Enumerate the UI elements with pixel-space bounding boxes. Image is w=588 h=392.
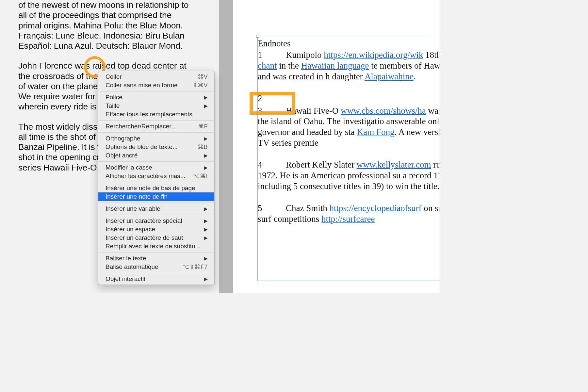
- menu-separator: [98, 161, 214, 162]
- menu-item[interactable]: Police▶: [98, 93, 214, 102]
- menu-separator: [98, 91, 214, 91]
- pasteboard: Endnotes 1Kumipolo https://en.wikipedia.…: [219, 0, 439, 293]
- endnote-item: 1Kumipolo https://en.wikipedia.org/wik 1…: [258, 50, 439, 82]
- menu-separator: [98, 273, 214, 273]
- context-menu[interactable]: Coller⌘VColler sans mise en forme⇧⌘VPoli…: [98, 71, 215, 285]
- menu-item-label: Objet interactif: [106, 275, 146, 283]
- endnote-number: 1: [258, 50, 286, 60]
- endnote-link[interactable]: chant: [258, 61, 277, 71]
- menu-item-label: Coller sans mise en forme: [106, 82, 178, 89]
- menu-item-label: Insérer un caractère de saut: [106, 234, 183, 241]
- endnote-link[interactable]: Hawaiian language: [301, 61, 369, 71]
- menu-item[interactable]: Orthographe▶: [98, 134, 214, 143]
- frame-handle[interactable]: [256, 35, 259, 38]
- submenu-arrow-icon: ▶: [204, 218, 208, 223]
- text-caret: [286, 94, 286, 104]
- menu-item[interactable]: Insérer une note de bas de page: [98, 184, 214, 192]
- menu-item-label: Insérer un espace: [106, 226, 155, 233]
- menu-item-label: Objet ancré: [106, 152, 138, 159]
- endnote-item: 5Chaz Smith https://encyclopediaofsurf o…: [258, 203, 439, 224]
- endnote-number: 4: [258, 159, 286, 170]
- story-paragraph: of the newest of new moons in relationsh…: [18, 0, 195, 51]
- endnote-link[interactable]: https://en.wikipedia.org/wik: [324, 50, 423, 60]
- endnote-item: 3Hawaii Five-O www.cbs.com/shows/ha was …: [258, 106, 439, 149]
- menu-item-label: Insérer un caractère spécial: [106, 217, 182, 224]
- menu-item[interactable]: Insérer une variable▶: [98, 204, 214, 213]
- endnote-number: 5: [258, 203, 286, 214]
- submenu-arrow-icon: ▶: [204, 165, 208, 170]
- menu-item[interactable]: Remplir avec le texte de substitu...: [98, 242, 214, 251]
- document-page[interactable]: Endnotes 1Kumipolo https://en.wikipedia.…: [233, 0, 439, 293]
- submenu-arrow-icon: ▶: [204, 256, 208, 261]
- endnotes-title: Endnotes: [258, 38, 439, 49]
- submenu-arrow-icon: ▶: [204, 206, 208, 211]
- menu-separator: [98, 120, 214, 121]
- menu-item-label: Afficher les caractères mas...: [106, 172, 186, 180]
- endnote-link[interactable]: Alapaiwahine: [365, 72, 414, 81]
- menu-separator: [98, 215, 214, 215]
- menu-item[interactable]: Objet interactif▶: [98, 275, 214, 283]
- menu-item-label: Coller: [106, 73, 122, 80]
- submenu-arrow-icon: ▶: [204, 103, 208, 108]
- menu-item[interactable]: Objet ancré▶: [98, 151, 214, 160]
- menu-item[interactable]: Afficher les caractères mas...⌥⌘I: [98, 172, 214, 180]
- menu-item[interactable]: Rerchercher/Remplacer...⌘F: [98, 122, 214, 131]
- menu-item[interactable]: Coller sans mise en forme⇧⌘V: [98, 81, 214, 90]
- menu-item-label: Baliser le texte: [106, 255, 146, 262]
- menu-separator: [98, 132, 214, 133]
- menu-item-label: Balise automatique: [106, 263, 158, 270]
- endnote-item: 2: [258, 93, 439, 104]
- menu-item[interactable]: Effacer tous les remplacements: [98, 110, 214, 119]
- endnotes-text-frame[interactable]: Endnotes 1Kumipolo https://en.wikipedia.…: [257, 36, 439, 281]
- menu-item-label: Options de bloc de texte...: [106, 143, 178, 151]
- menu-item[interactable]: Insérer un caractère de saut▶: [98, 234, 214, 242]
- menu-separator: [98, 252, 214, 253]
- submenu-arrow-icon: ▶: [204, 227, 208, 232]
- menu-item-label: Effacer tous les remplacements: [106, 111, 192, 118]
- endnote-link[interactable]: www.kellyslater.com: [357, 160, 431, 170]
- menu-shortcut: ⌘V: [194, 73, 208, 80]
- menu-shortcut: ⌘F: [195, 123, 208, 130]
- submenu-arrow-icon: ▶: [204, 276, 208, 282]
- menu-shortcut: ⌘B: [194, 143, 208, 151]
- endnote-link[interactable]: https://encyclopediaofsurf: [330, 203, 422, 213]
- menu-item-label: Taille: [106, 102, 120, 109]
- menu-item[interactable]: Options de bloc de texte...⌘B: [98, 143, 214, 151]
- menu-item-label: Remplir avec le texte de substitu...: [106, 243, 200, 250]
- endnote-item: 4Robert Kelly Slater www.kellyslater.com…: [258, 159, 439, 192]
- menu-item[interactable]: Coller⌘V: [98, 73, 214, 81]
- menu-item-label: Rerchercher/Remplacer...: [106, 123, 176, 130]
- endnote-number: 2: [258, 93, 286, 104]
- menu-item-label: Orthographe: [106, 135, 140, 142]
- endnote-link[interactable]: www.cbs.com/shows/ha: [341, 106, 426, 116]
- menu-item[interactable]: Baliser le texte▶: [98, 254, 214, 263]
- menu-item[interactable]: Insérer une note de fin: [98, 192, 214, 201]
- submenu-arrow-icon: ▶: [204, 153, 208, 158]
- submenu-arrow-icon: ▶: [204, 235, 208, 240]
- menu-separator: [98, 203, 214, 203]
- submenu-arrow-icon: ▶: [204, 136, 208, 141]
- menu-item[interactable]: Balise automatique⌥⇧⌘F7: [98, 263, 214, 271]
- endnote-body: [286, 93, 286, 103]
- menu-item-label: Modifier la casse: [106, 164, 152, 171]
- menu-item-label: Insérer une note de fin: [106, 193, 168, 200]
- menu-item[interactable]: Taille▶: [98, 102, 214, 110]
- menu-shortcut: ⌥⌘I: [189, 172, 208, 180]
- endnotes: Endnotes 1Kumipolo https://en.wikipedia.…: [258, 38, 439, 224]
- menu-item[interactable]: Insérer un espace▶: [98, 225, 214, 234]
- menu-shortcut: ⌥⇧⌘F7: [179, 263, 208, 270]
- submenu-arrow-icon: ▶: [204, 95, 208, 100]
- menu-item[interactable]: Insérer un caractère spécial▶: [98, 217, 214, 225]
- endnote-link[interactable]: http://surfcaree: [321, 214, 375, 224]
- endnote-link[interactable]: Kam Fong: [357, 127, 395, 137]
- menu-separator: [98, 182, 214, 182]
- menu-item-label: Insérer une note de bas de page: [106, 185, 195, 192]
- menu-shortcut: ⇧⌘V: [189, 82, 208, 89]
- endnote-number: 3: [258, 106, 286, 116]
- menu-item-label: Insérer une variable: [106, 205, 160, 212]
- menu-item[interactable]: Modifier la casse▶: [98, 163, 214, 172]
- menu-item-label: Police: [106, 94, 122, 101]
